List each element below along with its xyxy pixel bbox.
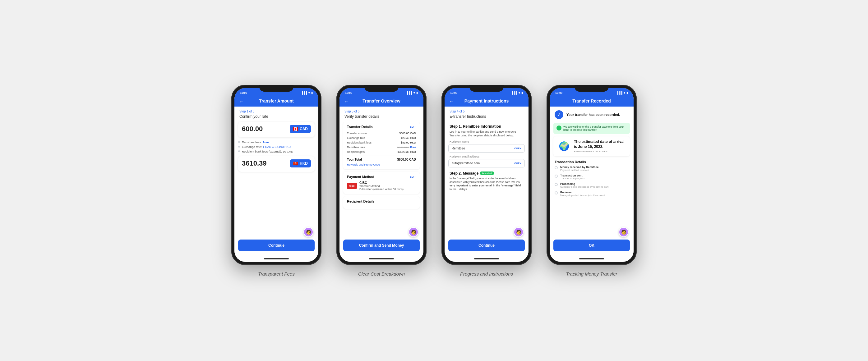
phone-3: 10:09 ▐▐▐ ▾ ▮ ← Payment Instructions Ste… [441,85,532,265]
continue-button-3[interactable]: Continue [448,239,525,251]
t-step-2: Processing Currently being processed by … [550,183,633,191]
floating-avatar-3: 🧑 [514,227,524,237]
flag-to: 🇭🇰 [293,161,298,166]
fee-dot-3 [238,151,240,152]
t-dot-0 [555,166,558,169]
bank-info: CIBC Transfer Method E-transfer (release… [360,181,404,191]
t-dot-3 [555,191,558,195]
t-step-info-0: Money received by Remitbee Payment metho… [560,166,599,171]
amount-from-row: 600.00 🇨🇦 CAD [242,125,311,133]
signal-icon-1: ▐▐▐ [301,91,307,94]
t-step-3: Recieved Money deposited into recipient'… [550,191,633,199]
wifi-icon-3: ▾ [519,91,520,94]
continue-button-1[interactable]: Continue [238,239,315,251]
arrival-card: 🌍 The estimated date of arrival is June … [553,136,630,156]
recipient-email-label: Recipient email address [444,155,528,159]
app-content-2: Step 5 of 5 Verify transfer details Tran… [340,106,424,256]
confirm-button[interactable]: Confirm and Send Money [343,239,420,251]
back-arrow-3[interactable]: ← [449,99,454,104]
notch-1 [259,85,293,92]
caption-3: Progress and Instructions [460,271,513,276]
recipient-details-header: Recipient Details [347,199,416,203]
phone-2: 10:09 ▐▐▐ ▾ ▮ ← Transfer Overview Step 5… [336,85,427,265]
globe-icon: 🌍 [557,139,571,153]
home-bar-4 [579,258,604,259]
t-step-label-3: Recieved [560,191,605,194]
step2-title: Step 2. Message important [444,170,528,177]
payment-method-card: Payment Method EDIT CIBC CIBC Transfer M… [343,172,420,194]
home-bar-3 [474,258,499,259]
floating-avatar-1: 🧑 [303,227,313,237]
fee-row-2: Exchange rate: 1 CAD = 6.1193 HKD [238,144,315,149]
check-circle-icon: ✓ [555,110,563,119]
total-row: Your Total $600.00 CAD [347,156,416,161]
copy-name-btn[interactable]: COPY [514,147,521,150]
step-title-1: Confirm your rate [235,114,318,122]
home-indicator-1 [235,256,318,262]
header-title-1: Transfer Amount [259,98,294,103]
header-title-3: Payment Instructions [464,98,508,103]
home-bar-1 [264,258,289,259]
info-icon: i [557,126,561,130]
amount-from-value: 600.00 [242,125,263,133]
payment-method-edit[interactable]: EDIT [409,175,416,178]
recorded-msg: Your transfer has been recorded. [566,113,620,117]
payment-method-row: CIBC CIBC Transfer Method E-transfer (re… [347,181,416,191]
waiting-banner: i We are waiting for the e-transfer paym… [553,123,630,134]
t-step-0: Money received by Remitbee Payment metho… [550,166,633,174]
caption-4: Tracking Money Transfer [566,271,617,276]
t-step-info-3: Recieved Money deposited into recipient'… [560,191,605,197]
arrival-title: The estimated date of arrival is June 15… [574,139,626,149]
t-step-sub-0: Payment method received [560,169,599,171]
recorded-check: ✓ Your transfer has been recorded. [550,106,633,123]
ok-button[interactable]: OK [553,239,630,251]
detail-row-0: Transfer amount $600.00 CAD [347,131,416,136]
total-value: $600.00 CAD [397,158,416,161]
battery-icon-4: ▮ [626,91,628,94]
step-indicator-1: Step 1 of 5 [235,106,318,114]
step-title-2: Verify transfer details [340,114,424,122]
currency-from-badge[interactable]: 🇨🇦 CAD [290,125,311,133]
detail-row-3: Remitbee fees $2.99 CAD Free [347,145,416,150]
home-indicator-3 [444,256,528,262]
fee-dot-2 [238,146,240,147]
transaction-title: Transaction Details [550,159,633,166]
recipient-email-field: auto@remitbee.com COPY [448,159,525,167]
status-time-2: 10:09 [345,91,352,94]
wifi-icon-4: ▾ [624,91,625,94]
caption-1: Transparent Fees [258,271,294,276]
detail-row-1: Exchange rate $23.43 HKD [347,136,416,140]
wifi-icon-2: ▾ [413,91,415,94]
flag-from: 🇨🇦 [293,126,298,131]
t-dot-2 [555,183,558,186]
home-indicator-4 [550,256,633,262]
payment-step1-title: Step 1. Remitbee Information [444,122,528,130]
notch-3 [469,85,504,92]
status-icons-3: ▐▐▐ ▾ ▮ [512,91,523,94]
currency-to-badge[interactable]: 🇭🇰 HKD [290,159,311,167]
t-dot-1 [555,174,558,178]
signal-icon-2: ▐▐▐ [406,91,412,94]
important-badge: important [480,171,493,175]
copy-email-btn[interactable]: COPY [514,162,521,165]
status-icons-4: ▐▐▐ ▾ ▮ [617,91,628,94]
recipient-name-field: Remitbee COPY [448,144,525,153]
t-step-label-1: Transaction sent [560,174,585,177]
currency-from-label: CAD [300,127,308,131]
recipient-email-value: auto@remitbee.com [452,162,480,165]
t-step-sub-3: Money deposited into recipient's account [560,194,605,197]
header-title-4: Transfer Recorded [572,98,611,103]
transfer-details-edit[interactable]: EDIT [409,125,416,128]
back-arrow-2[interactable]: ← [344,99,349,104]
bank-method: Transfer Method [360,185,404,188]
rewards-link[interactable]: Rewards and Promo Code [347,163,416,166]
recipient-name-value: Remitbee [452,146,465,150]
phone-wrapper-1: 10:09 ▐▐▐ ▾ ▮ ← Transfer Amount Step 1 o… [231,85,321,276]
app-header-2: ← Transfer Overview [340,97,424,106]
amount-to-card: 3610.39 🇭🇰 HKD [238,156,315,172]
amount-from-card: 600.00 🇨🇦 CAD [238,122,315,137]
recipient-details-title: Recipient Details [347,199,375,203]
fee-dot-1 [238,141,240,143]
amount-to-row: 3610.39 🇭🇰 HKD [242,159,311,167]
back-arrow-1[interactable]: ← [239,99,244,104]
